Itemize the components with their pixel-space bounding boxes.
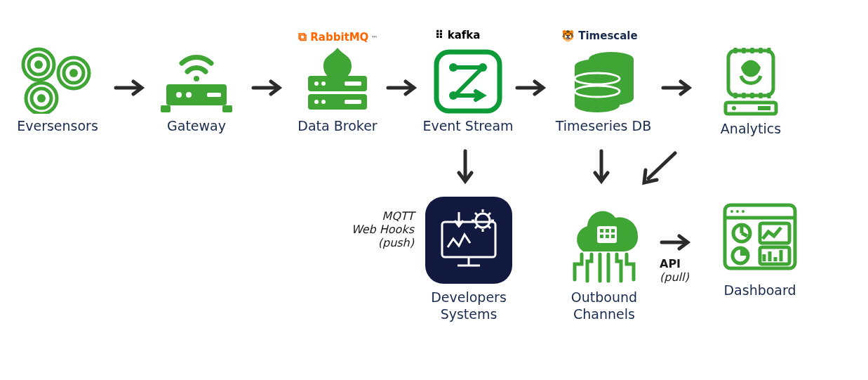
analytics-icon xyxy=(720,46,782,117)
push-annotation: MQTT Web Hooks (push) xyxy=(330,209,414,249)
svg-rect-20 xyxy=(345,81,361,86)
svg-rect-68 xyxy=(611,229,615,232)
arrow-gateway-broker xyxy=(250,77,285,98)
stream-toptag: ⠿ kafka xyxy=(435,28,480,41)
svg-line-29 xyxy=(458,70,480,93)
svg-point-14 xyxy=(186,92,192,98)
outbound-icon xyxy=(562,195,646,285)
svg-point-13 xyxy=(176,92,182,98)
node-devsys: Developers Systems xyxy=(421,195,516,323)
svg-point-18 xyxy=(314,81,319,86)
svg-point-75 xyxy=(730,210,733,213)
stream-label: Event Stream xyxy=(422,118,513,135)
eversensors-icon xyxy=(19,44,96,114)
tsdb-icon xyxy=(565,49,642,114)
svg-point-36 xyxy=(575,98,620,112)
arrow-tsdb-analytics xyxy=(660,77,695,98)
dashboard-label: Dashboard xyxy=(723,282,796,299)
timescale-icon: 🐯 xyxy=(561,30,575,42)
svg-rect-71 xyxy=(611,235,615,238)
svg-rect-67 xyxy=(606,229,609,232)
node-tsdb: Timeseries DB xyxy=(554,49,653,135)
svg-rect-11 xyxy=(161,105,171,112)
node-broker: Data Broker xyxy=(292,48,383,135)
svg-point-6 xyxy=(37,94,46,103)
tsdb-toptag: 🐯 Timescale xyxy=(561,30,638,42)
svg-point-50 xyxy=(732,106,736,110)
node-analytics: Analytics xyxy=(709,46,793,138)
gateway-label: Gateway xyxy=(167,118,226,135)
svg-rect-23 xyxy=(345,100,361,104)
arrow-broker-stream xyxy=(385,77,420,98)
svg-line-59 xyxy=(648,153,675,178)
arrow-tsdb-outbound xyxy=(591,148,612,188)
analytics-label: Analytics xyxy=(721,121,781,138)
node-eversensors: Eversensors xyxy=(15,44,100,135)
devsys-label: Developers Systems xyxy=(431,289,507,323)
node-outbound: Outbound Channels xyxy=(559,195,650,323)
arrow-outbound-dashboard xyxy=(658,232,693,253)
svg-point-22 xyxy=(321,100,326,104)
outbound-label: Outbound Channels xyxy=(571,289,637,323)
svg-line-80 xyxy=(742,233,747,236)
svg-rect-15 xyxy=(207,93,221,97)
node-dashboard: Dashboard xyxy=(714,201,806,299)
svg-point-9 xyxy=(194,76,199,81)
eversensors-label: Eversensors xyxy=(17,118,98,135)
node-stream: Event Stream xyxy=(422,49,514,135)
svg-rect-69 xyxy=(600,235,603,238)
dashboard-icon xyxy=(721,201,799,278)
kafka-icon: ⠿ xyxy=(435,28,444,41)
node-gateway: Gateway xyxy=(154,49,239,135)
arrow-stream-devsys xyxy=(455,148,476,188)
svg-rect-70 xyxy=(606,235,609,238)
svg-point-76 xyxy=(736,210,739,213)
svg-point-77 xyxy=(742,210,745,213)
svg-point-21 xyxy=(314,100,319,104)
svg-point-3 xyxy=(69,69,78,77)
svg-point-0 xyxy=(34,60,43,69)
pull-annotation: API (pull) xyxy=(660,257,702,284)
stream-icon xyxy=(434,49,502,114)
gateway-icon xyxy=(158,49,235,114)
broker-toptag: ⧉ RabbitMQ ™ xyxy=(298,30,378,44)
arrow-analytics-outbound xyxy=(639,149,681,188)
svg-rect-51 xyxy=(758,106,770,110)
broker-label: Data Broker xyxy=(298,118,377,135)
arrow-stream-tsdb xyxy=(514,77,549,98)
svg-rect-12 xyxy=(222,105,232,112)
rabbitmq-icon: ⧉ xyxy=(298,30,307,44)
devsys-icon xyxy=(424,195,514,285)
tsdb-label: Timeseries DB xyxy=(556,118,651,135)
broker-icon xyxy=(302,48,373,114)
arrow-eversensors-gateway xyxy=(112,77,147,98)
svg-rect-66 xyxy=(600,229,603,232)
svg-point-19 xyxy=(321,81,326,86)
